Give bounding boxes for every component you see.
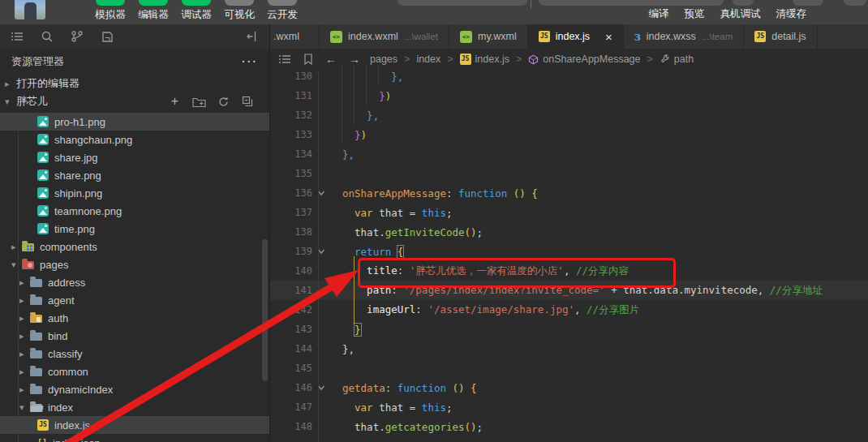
back-arrow-icon[interactable]: ← bbox=[325, 53, 337, 66]
toolbar-button-真机调试[interactable]: 真机调试 bbox=[720, 7, 761, 21]
refresh-icon[interactable] bbox=[217, 95, 230, 109]
toolbar-button-预览[interactable]: 预览 bbox=[685, 7, 705, 21]
chevron-right-icon[interactable]: ▸ bbox=[19, 277, 30, 288]
code-line-131[interactable]: 131 }) bbox=[270, 86, 868, 105]
new-folder-icon[interactable] bbox=[192, 95, 206, 109]
toolbar-toggle-模拟器[interactable]: 模拟器 bbox=[92, 0, 128, 22]
chevron-right-icon[interactable]: ▸ bbox=[11, 242, 22, 252]
toolbar-pill-button-2[interactable] bbox=[844, 0, 866, 6]
toolbar-toggle-云开发[interactable]: 云开发 bbox=[264, 0, 300, 22]
toolbar-search-input[interactable] bbox=[539, 0, 724, 6]
tab-index.wxss[interactable]: ɜindex.wxss...\team bbox=[624, 24, 744, 49]
code-line-139[interactable]: 139 return { bbox=[270, 242, 868, 261]
tree-item-pro-h1.png[interactable]: pro-h1.png bbox=[0, 113, 269, 131]
git-branch-icon[interactable] bbox=[70, 29, 84, 44]
code-line-141[interactable]: 141 path: '/pages/index/index?invite_cod… bbox=[270, 281, 868, 300]
code-line-148[interactable]: 148 that.getcategories(); bbox=[270, 417, 868, 436]
new-file-icon[interactable]: + bbox=[168, 95, 182, 109]
tree-item-index.json[interactable]: []index.json bbox=[0, 434, 269, 442]
tree-item-agent[interactable]: ▸agent bbox=[0, 291, 269, 309]
code-line-134[interactable]: 134}, bbox=[270, 144, 868, 164]
save-icon[interactable] bbox=[100, 29, 114, 44]
toolbar-toggle-调试器[interactable]: 调试器 bbox=[178, 0, 214, 22]
code-line-132[interactable]: 132 }, bbox=[270, 105, 868, 125]
tree-item-share.jpg[interactable]: share.jpg bbox=[0, 148, 269, 166]
tree-item-dynamicIndex[interactable]: ▸dynamicIndex bbox=[0, 380, 269, 398]
tree-item-time.png[interactable]: time.png bbox=[0, 220, 269, 238]
chevron-right-icon[interactable]: ▸ bbox=[19, 331, 30, 341]
chevron-right-icon[interactable]: ▸ bbox=[19, 384, 30, 395]
collapse-sidebar-icon[interactable] bbox=[245, 29, 260, 44]
code-line-142[interactable]: 142 imageUrl: '/asset/image/share.jpg', … bbox=[270, 300, 868, 320]
code-line-140[interactable]: 140 title: '胖芯儿优选，一家有温度的小店', //分享内容 bbox=[270, 261, 868, 281]
tab-my.wxml[interactable]: <>my.wxml bbox=[449, 24, 528, 49]
tree-item-teamnone.png[interactable]: teamnone.png bbox=[0, 202, 269, 220]
chevron-down-icon[interactable]: ▾ bbox=[19, 402, 30, 413]
code-line-145[interactable]: 145 bbox=[270, 358, 868, 378]
code-line-146[interactable]: 146getdata: function () { bbox=[270, 378, 868, 397]
collapse-all-icon[interactable] bbox=[241, 95, 255, 109]
code-line-133[interactable]: 133 }) bbox=[270, 125, 868, 144]
chevron-down-icon[interactable]: ▾ bbox=[11, 260, 22, 270]
sidebar-icon-row bbox=[0, 24, 269, 49]
list-icon[interactable] bbox=[278, 53, 291, 66]
tree-item-address[interactable]: ▸address bbox=[0, 273, 269, 291]
more-actions-icon[interactable]: ··· bbox=[242, 55, 258, 68]
open-editors-section[interactable]: ▸ 打开的编辑器 bbox=[0, 75, 269, 92]
breadcrumb-item-index.js[interactable]: JSindex.js bbox=[460, 54, 509, 65]
line-number: 146 bbox=[270, 382, 312, 393]
breadcrumb-item-index[interactable]: index bbox=[416, 54, 440, 65]
chevron-right-icon[interactable]: ▸ bbox=[19, 367, 30, 377]
toolbar-button-编译[interactable]: 编译 bbox=[649, 7, 669, 21]
code-line-136[interactable]: 136onShareAppMessage: function () { bbox=[270, 183, 868, 203]
chevron-right-icon[interactable]: ▸ bbox=[5, 79, 16, 89]
code-line-130[interactable]: 130 }, bbox=[270, 67, 868, 86]
tree-item-components[interactable]: ▸components bbox=[0, 238, 269, 255]
breadcrumb-item-onShareAppMessage[interactable]: onShareAppMessage bbox=[528, 54, 640, 65]
tab-index.js[interactable]: JSindex.js× bbox=[528, 24, 624, 49]
tree-item-bind[interactable]: ▸bind bbox=[0, 327, 269, 345]
compile-mode-select[interactable] bbox=[397, 0, 527, 6]
tab-detail.js[interactable]: JSdetail.js bbox=[744, 24, 817, 49]
bookmark-icon[interactable] bbox=[303, 54, 313, 65]
tree-item-index.js[interactable]: JSindex.js bbox=[0, 416, 269, 434]
code-area[interactable]: 130 },131 })132 },133 })134},135136onSha… bbox=[270, 67, 868, 436]
project-section[interactable]: ▾ 胖芯儿 + bbox=[0, 92, 269, 110]
code-line-138[interactable]: 138 that.getInviteCode(); bbox=[270, 222, 868, 242]
fold-chevron-icon[interactable] bbox=[315, 247, 328, 255]
tree-item-pages[interactable]: ▾pages bbox=[0, 255, 269, 273]
code-line-137[interactable]: 137 var that = this; bbox=[270, 203, 868, 222]
forward-arrow-icon[interactable]: → bbox=[349, 53, 360, 66]
chevron-right-icon[interactable]: ▸ bbox=[19, 313, 30, 324]
toolbar-button-清缓存[interactable]: 清缓存 bbox=[776, 7, 807, 21]
tab-.wxml[interactable]: .wxml bbox=[270, 24, 320, 49]
toolbar-small-button[interactable] bbox=[733, 0, 754, 6]
tree-item-shipin.png[interactable]: shipin.png bbox=[0, 184, 269, 202]
search-icon[interactable] bbox=[40, 29, 54, 44]
code-line-147[interactable]: 147 var that = this; bbox=[270, 397, 868, 417]
code-line-144[interactable]: 144}, bbox=[270, 339, 868, 358]
breadcrumb-item-pages[interactable]: pages bbox=[370, 54, 397, 65]
tree-item-shangchaun.png[interactable]: shangchaun.png bbox=[0, 131, 269, 148]
close-icon[interactable]: × bbox=[605, 31, 612, 43]
code-line-135[interactable]: 135 bbox=[270, 164, 868, 183]
chevron-right-icon[interactable]: ▸ bbox=[19, 295, 30, 306]
tree-item-common[interactable]: ▸common bbox=[0, 363, 269, 380]
fold-chevron-icon[interactable] bbox=[315, 384, 328, 392]
toolbar-toggle-可视化[interactable]: 可视化 bbox=[221, 0, 257, 22]
list-icon[interactable] bbox=[10, 29, 24, 44]
sidebar-scrollbar[interactable] bbox=[262, 239, 268, 381]
user-avatar[interactable] bbox=[15, 0, 45, 19]
tree-item-index[interactable]: ▾index bbox=[0, 398, 269, 416]
chevron-right-icon[interactable]: ▸ bbox=[19, 349, 30, 359]
tree-item-auth[interactable]: ▸auth bbox=[0, 309, 269, 327]
tab-index.wxml[interactable]: <>index.wxml...\wallet bbox=[320, 24, 449, 49]
toolbar-pill-button[interactable] bbox=[793, 0, 823, 6]
chevron-down-icon[interactable]: ▾ bbox=[5, 97, 16, 107]
toolbar-toggle-编辑器[interactable]: 编辑器 bbox=[135, 0, 171, 22]
fold-chevron-icon[interactable] bbox=[315, 189, 328, 197]
code-line-143[interactable]: 143 } bbox=[270, 320, 868, 339]
tree-item-classify[interactable]: ▸classify bbox=[0, 345, 269, 363]
tree-item-share.png[interactable]: share.png bbox=[0, 166, 269, 184]
breadcrumb-item-path[interactable]: path bbox=[660, 54, 694, 65]
